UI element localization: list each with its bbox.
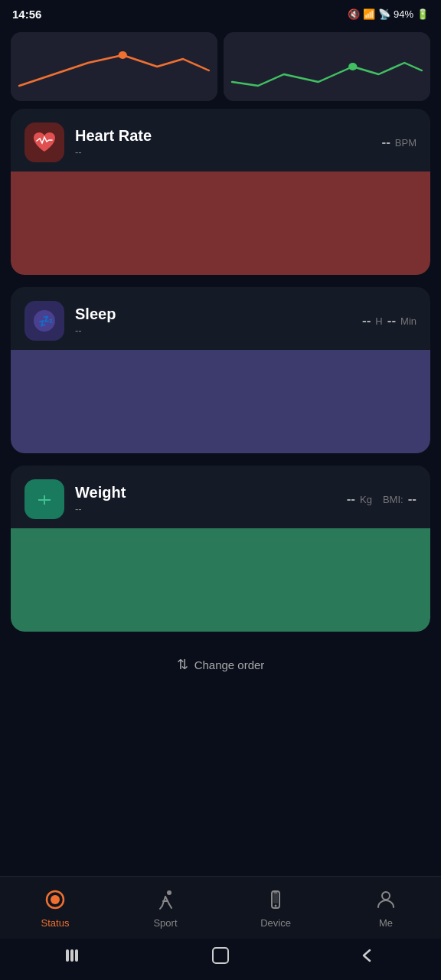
home-circle-svg xyxy=(212,947,229,964)
status-bar: 14:56 🔇 📶 📡 94% 🔋 xyxy=(0,0,441,28)
nav-device[interactable]: Device xyxy=(220,884,331,933)
change-order-label: Change order xyxy=(194,658,265,671)
mute-icon: 🔇 xyxy=(348,8,360,20)
svg-point-11 xyxy=(51,895,60,904)
sleep-values: -- H -- Min xyxy=(362,313,416,328)
sleep-card[interactable]: 💤 Sleep -- -- H -- Min xyxy=(11,287,430,453)
heart-rate-sub: -- xyxy=(75,146,152,158)
nav-status[interactable]: Status xyxy=(0,884,110,933)
heart-svg xyxy=(32,131,57,154)
svg-rect-7 xyxy=(41,488,47,493)
status-nav-icon xyxy=(44,889,66,913)
sleep-header: 💤 Sleep -- -- H -- Min xyxy=(24,301,416,341)
svg-rect-23 xyxy=(66,949,69,962)
svg-point-3 xyxy=(348,63,357,70)
sleep-hour-unit: H xyxy=(375,315,382,327)
status-circle-svg xyxy=(44,889,66,910)
orange-chart-svg xyxy=(11,32,217,101)
android-home-btn[interactable] xyxy=(205,947,236,969)
android-menu-btn[interactable] xyxy=(58,948,89,968)
heart-rate-icon xyxy=(24,122,64,162)
status-time: 14:56 xyxy=(12,8,41,21)
svg-rect-25 xyxy=(75,949,78,962)
svg-rect-24 xyxy=(70,949,74,962)
sleep-sub: -- xyxy=(75,325,116,336)
heart-rate-values: -- BPM xyxy=(382,135,417,150)
weight-title: Weight xyxy=(75,484,126,501)
svg-rect-19 xyxy=(273,893,278,903)
green-chart-svg xyxy=(224,32,430,101)
device-svg xyxy=(265,889,286,910)
device-nav-label: Device xyxy=(260,917,291,929)
battery-icon: 🔋 xyxy=(416,8,429,20)
weight-bmi-label: BMI: xyxy=(383,494,403,505)
svg-point-12 xyxy=(167,890,172,895)
weight-chart xyxy=(11,528,430,632)
status-nav-label: Status xyxy=(41,917,70,929)
heart-rate-chart xyxy=(11,172,430,275)
sleep-icon-container: 💤 xyxy=(24,301,64,341)
weight-card[interactable]: Weight -- -- Kg BMI: -- xyxy=(11,466,430,632)
sleep-svg: 💤 xyxy=(31,307,58,335)
back-arrow-svg xyxy=(359,947,376,964)
android-nav xyxy=(0,939,441,980)
svg-rect-26 xyxy=(213,948,228,963)
menu-lines-svg xyxy=(64,948,83,963)
nav-sport[interactable]: Sport xyxy=(110,884,220,933)
svg-rect-0 xyxy=(11,32,217,101)
heart-rate-title: Heart Rate xyxy=(75,127,152,145)
svg-rect-2 xyxy=(224,32,430,101)
weight-bmi-dash: -- xyxy=(408,492,416,507)
sleep-title-block: Sleep -- xyxy=(75,305,116,336)
weight-values: -- Kg BMI: -- xyxy=(347,492,416,507)
weight-kg-unit: Kg xyxy=(360,494,372,505)
bottom-nav: Status Sport Device xyxy=(0,876,441,939)
sleep-left: 💤 Sleep -- xyxy=(24,301,116,341)
svg-line-16 xyxy=(160,906,162,909)
me-nav-icon xyxy=(375,889,397,913)
heart-rate-header: Heart Rate -- -- BPM xyxy=(24,122,416,162)
sleep-title: Sleep xyxy=(75,305,116,323)
svg-point-20 xyxy=(275,904,277,906)
svg-point-22 xyxy=(382,892,390,900)
sleep-hour-dash: -- xyxy=(362,313,371,328)
weight-sub: -- xyxy=(75,503,126,514)
heart-rate-card[interactable]: Heart Rate -- -- BPM xyxy=(11,109,430,275)
sleep-chart xyxy=(11,350,430,453)
weight-kg-dash: -- xyxy=(347,492,355,507)
nav-me[interactable]: Me xyxy=(331,884,441,933)
svg-text:💤: 💤 xyxy=(38,314,54,328)
status-icons: 🔇 📶 📡 94% 🔋 xyxy=(348,8,429,20)
sport-svg xyxy=(155,889,176,910)
heart-rate-dash: -- xyxy=(382,135,390,150)
svg-line-17 xyxy=(169,904,172,908)
me-nav-label: Me xyxy=(379,917,393,929)
chart-card-orange[interactable] xyxy=(11,32,217,101)
weight-svg xyxy=(31,485,58,513)
heart-rate-unit: BPM xyxy=(395,137,416,149)
weight-header: Weight -- -- Kg BMI: -- xyxy=(24,479,416,519)
svg-point-1 xyxy=(119,51,127,59)
wifi-icon: 📶 xyxy=(363,8,375,20)
sport-nav-label: Sport xyxy=(153,917,177,929)
main-content: Heart Rate -- -- BPM 💤 Slee xyxy=(0,109,441,876)
chart-card-green[interactable] xyxy=(224,32,430,101)
me-svg xyxy=(375,889,397,910)
heart-rate-left: Heart Rate -- xyxy=(24,122,152,162)
weight-icon-container xyxy=(24,479,64,519)
weight-left: Weight -- xyxy=(24,479,126,519)
change-order-row[interactable]: ⇅ Change order xyxy=(11,644,430,688)
signal-icon: 📡 xyxy=(378,8,390,20)
heart-rate-title-block: Heart Rate -- xyxy=(75,127,152,158)
sport-nav-icon xyxy=(155,889,176,913)
top-charts-row xyxy=(0,28,441,109)
device-nav-icon xyxy=(265,889,286,913)
change-order-icon: ⇅ xyxy=(177,656,188,673)
battery-text: 94% xyxy=(394,8,413,20)
android-back-btn[interactable] xyxy=(352,947,383,969)
sleep-min-dash: -- xyxy=(387,313,396,328)
weight-title-block: Weight -- xyxy=(75,484,126,514)
sleep-min-unit: Min xyxy=(400,315,416,327)
